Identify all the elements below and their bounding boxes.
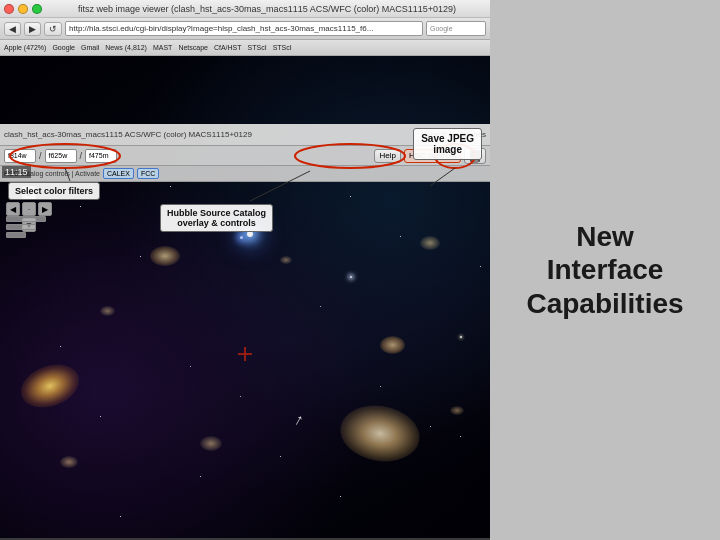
time-display: 11:15 <box>2 166 31 178</box>
browser-window: fitsz web image viewer (clash_hst_acs-30… <box>0 0 490 540</box>
right-panel: NewInterfaceCapabilities <box>490 0 720 540</box>
bookmark-gmail[interactable]: Gmail <box>81 44 99 51</box>
arrow-up[interactable]: ▲ <box>22 186 36 200</box>
calex-button[interactable]: CALEX <box>103 168 134 179</box>
reload-button[interactable]: ↺ <box>44 22 62 36</box>
filter2-input[interactable]: f625w <box>45 149 77 163</box>
bookmark-cfa[interactable]: CfA/HST <box>214 44 242 51</box>
separator2: / <box>80 151 83 161</box>
separator1: / <box>39 151 42 161</box>
scale-bar-2 <box>6 224 36 230</box>
scale-bars <box>6 216 46 238</box>
image-viewer: ↑ clash_hst_acs-30mas_macs1115 ACS/WFC (… <box>0 56 490 538</box>
browser-toolbar: ◀ ▶ ↺ http://hla.stsci.edu/cgi-bin/displ… <box>0 18 490 40</box>
window-controls <box>4 4 42 14</box>
minimize-button[interactable] <box>18 4 28 14</box>
bookmark-apple[interactable]: Apple (472%) <box>4 44 46 51</box>
arrow-left[interactable]: ◀ <box>6 202 20 216</box>
filter3-input[interactable]: f475m <box>85 149 117 163</box>
arrow-center[interactable]: · <box>22 202 36 216</box>
window-title: fitsz web image viewer (clash_hst_acs-30… <box>48 4 486 14</box>
scale-bar-1 <box>6 216 46 222</box>
maximize-button[interactable] <box>32 4 42 14</box>
back-button[interactable]: ◀ <box>4 22 21 36</box>
bookmark-stsci2[interactable]: STScI <box>273 44 292 51</box>
save-jpeg-callout: Save JPEGimage <box>413 128 482 160</box>
filter1-input[interactable]: f814w <box>4 149 36 163</box>
bookmark-google[interactable]: Google <box>52 44 75 51</box>
bookmark-news[interactable]: News (4,812) <box>105 44 147 51</box>
search-box[interactable]: Google <box>426 21 486 36</box>
close-button[interactable] <box>4 4 14 14</box>
controls-label: clash_hst_acs-30mas_macs1115 ACS/WFC (co… <box>4 130 252 139</box>
fcc-button[interactable]: FCC <box>137 168 159 179</box>
google-icon: Google <box>430 25 453 32</box>
new-interface-title: NewInterfaceCapabilities <box>526 220 683 321</box>
bookmark-netscape[interactable]: Netscape <box>178 44 208 51</box>
help-button[interactable]: Help <box>374 149 400 163</box>
browser-titlebar: fitsz web image viewer (clash_hst_acs-30… <box>0 0 490 18</box>
address-bar[interactable]: http://hla.stsci.edu/cgi-bin/display?Ima… <box>65 21 423 36</box>
bookmark-stsci1[interactable]: STScI <box>248 44 267 51</box>
calex-controls-bar: HSC catalog controls | Activate CALEX FC… <box>0 166 490 182</box>
bookmark-mast[interactable]: MAST <box>153 44 172 51</box>
bookmarks-bar: Apple (472%) Google Gmail News (4,812) M… <box>0 40 490 56</box>
forward-button[interactable]: ▶ <box>24 22 41 36</box>
scale-bar-3 <box>6 232 26 238</box>
arrow-right[interactable]: ▶ <box>38 202 52 216</box>
